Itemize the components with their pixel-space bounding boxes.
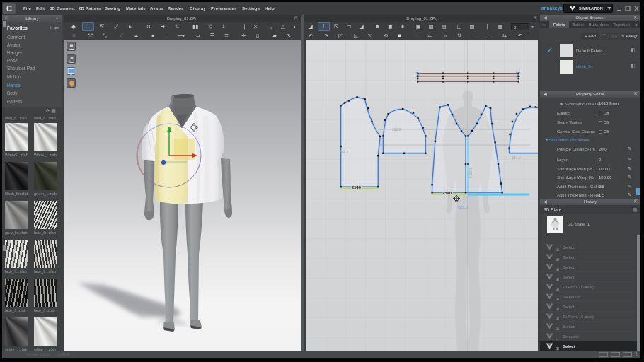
svg-text:254.0: 254.0	[512, 156, 521, 160]
svg-text:508.2: 508.2	[340, 150, 349, 154]
svg-text:330.6: 330.6	[392, 127, 401, 132]
svg-text:2540: 2540	[352, 185, 361, 189]
svg-text:2540: 2540	[442, 191, 452, 195]
svg-text:1016.9: 1016.9	[468, 168, 473, 179]
svg-text:SIMULATION: SIMULATION	[579, 6, 603, 11]
svg-text:505.0: 505.0	[458, 205, 468, 209]
